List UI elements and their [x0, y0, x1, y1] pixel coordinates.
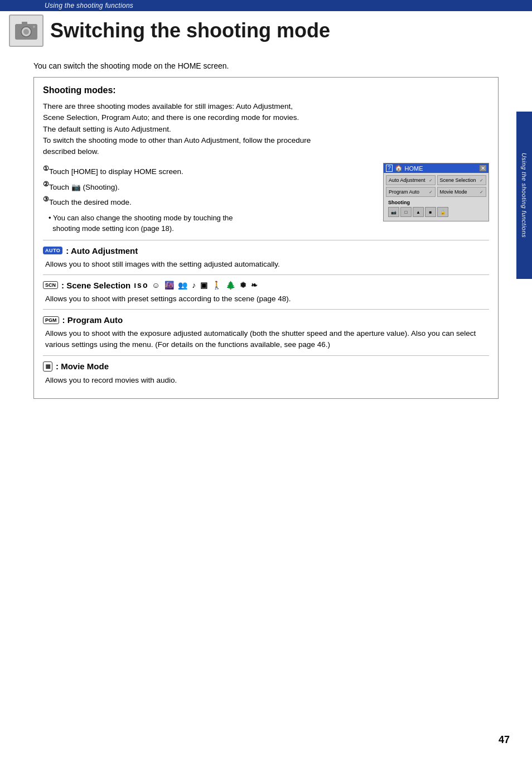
mode-scene-heading: SCN : Scene Selection ıso ☺ 🌆 👥 ♪ ▣ 🚶 🌲 …	[43, 281, 489, 290]
auto-badge: AUTO	[43, 247, 62, 254]
header-blue-bar: Using the shooting functions	[0, 0, 532, 11]
mode-movie-heading: ≣ : Movie Mode	[43, 361, 489, 372]
page-title: Switching the shooting mode	[50, 20, 330, 42]
screen-program-btn: Program Auto ✓	[386, 187, 436, 197]
mode-scene-section: SCN : Scene Selection ıso ☺ 🌆 👥 ♪ ▣ 🚶 🌲 …	[43, 274, 489, 309]
steps-container: ①Touch [HOME] to display HOME screen. ②T…	[43, 163, 489, 234]
pgm-badge: PGM	[43, 316, 59, 324]
intro-text: You can switch the shooting mode on the …	[33, 61, 499, 70]
screen-header: ? 🏠 HOME ✕	[384, 163, 489, 173]
side-tab-label: Using the shooting functions	[521, 153, 528, 238]
screen-buttons-row1: Auto Adjustment ✓ Scene Selection ✓	[386, 175, 486, 185]
mode-auto-title: : Auto Adjustment	[66, 246, 138, 255]
scene-icons: ıso ☺ 🌆 👥 ♪ ▣ 🚶 🌲 ❅ ❧	[134, 281, 259, 290]
mode-scene-title: : Scene Selection	[61, 281, 130, 290]
scn-badge: SCN	[43, 281, 58, 289]
svg-point-4	[33, 26, 35, 28]
screen-body: Auto Adjustment ✓ Scene Selection ✓ Prog…	[384, 173, 489, 221]
mode-scene-description: Allows you to shoot with preset settings…	[43, 293, 489, 305]
screen-movie-btn: Movie Mode ✓	[437, 187, 487, 197]
steps-text: ①Touch [HOME] to display HOME screen. ②T…	[43, 163, 374, 234]
screen-home-label: HOME	[405, 165, 423, 172]
modes-description: There are three shooting modes available…	[43, 101, 489, 157]
mode-auto-heading: AUTO : Auto Adjustment	[43, 246, 489, 255]
screen-icon-rect: ■	[425, 207, 436, 217]
screen-icon-lock: 🔒	[437, 207, 448, 217]
question-icon: ?	[386, 165, 393, 172]
screen-auto-btn: Auto Adjustment ✓	[386, 175, 436, 185]
screen-icons-row: 📷 □ ▲ ■ 🔒	[386, 206, 486, 219]
screen-icon-square: □	[400, 207, 412, 217]
page-number: 47	[499, 734, 510, 746]
screen-shooting-label: Shooting	[386, 199, 486, 206]
mode-movie-description: Allows you to record movies with audio.	[43, 375, 489, 386]
shooting-modes-title: Shooting modes:	[43, 85, 489, 95]
close-icon: ✕	[480, 165, 486, 171]
title-row: Switching the shooting mode	[0, 11, 532, 52]
mode-auto-description: Allows you to shoot still images with th…	[43, 259, 489, 270]
step-1: ①Touch [HOME] to display HOME screen.	[43, 163, 374, 178]
screen-scene-btn: Scene Selection ✓	[437, 175, 487, 185]
mode-program-heading: PGM : Program Auto	[43, 315, 489, 325]
shooting-modes-box: Shooting modes: There are three shooting…	[33, 77, 499, 399]
svg-rect-3	[22, 22, 27, 25]
mode-program-section: PGM : Program Auto Allows you to shoot w…	[43, 309, 489, 355]
mode-program-title: : Program Auto	[62, 315, 123, 325]
mode-movie-section: ≣ : Movie Mode Allows you to record movi…	[43, 355, 489, 390]
step-2: ②Touch 📷 (Shooting).	[43, 179, 374, 194]
home-icon: 🏠	[395, 165, 403, 172]
mode-auto-section: AUTO : Auto Adjustment Allows you to sho…	[43, 240, 489, 274]
screen-mockup: ? 🏠 HOME ✕ Auto Adjustment ✓ Scene Selec…	[383, 163, 489, 221]
svg-point-2	[23, 29, 29, 35]
step-3: ③Touch the desired mode.	[43, 194, 374, 209]
screen-buttons-row2: Program Auto ✓ Movie Mode ✓	[386, 187, 486, 197]
mode-program-description: Allows you to shoot with the exposure ad…	[43, 328, 489, 351]
screen-icon-camera: 📷	[388, 207, 399, 217]
side-tab: Using the shooting functions	[516, 112, 532, 279]
bullet-note: • You can also change the shooting mode …	[43, 213, 374, 234]
movie-badge: ≣	[43, 361, 52, 372]
screen-icon-mountain: ▲	[413, 207, 424, 217]
camera-icon-box	[9, 15, 43, 47]
mode-movie-title: : Movie Mode	[56, 361, 109, 371]
main-content: You can switch the shooting mode on the …	[0, 52, 532, 408]
